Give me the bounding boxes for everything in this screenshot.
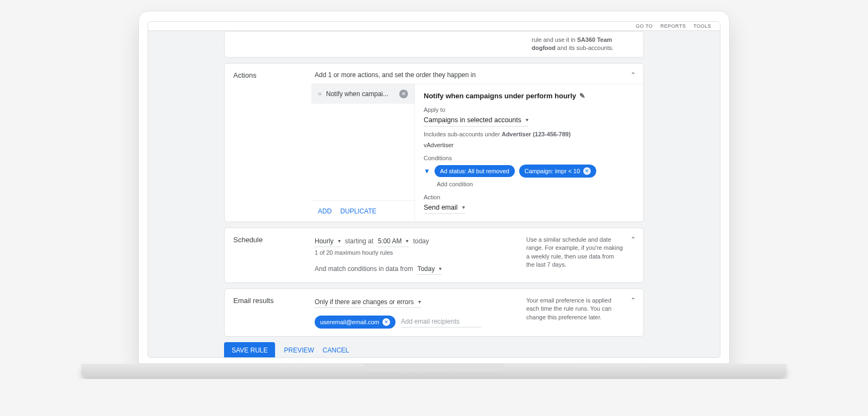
info-text-prefix: rule and use it in: [532, 36, 577, 43]
schedule-today-text: today: [413, 237, 429, 245]
remove-action-icon[interactable]: ✕: [399, 90, 408, 98]
condition-chip-status-label: Ad status: All but removed: [440, 168, 509, 174]
nav-reports[interactable]: REPORTS: [660, 23, 686, 29]
condition-chip-impr[interactable]: Campaign: impr < 10 ✕: [519, 165, 596, 178]
apply-to-label: Apply to: [424, 106, 635, 113]
schedule-rule-count: 1 of 20 maximum hourly rules: [315, 249, 515, 256]
actions-label: Actions: [233, 71, 304, 79]
schedule-match-select[interactable]: Today: [417, 263, 442, 275]
collapse-icon[interactable]: ⌃: [630, 236, 636, 243]
schedule-time-select[interactable]: 5:00 AM: [378, 236, 409, 247]
vadvertiser-text: vAdvertiser: [424, 142, 635, 148]
top-nav: GO TO REPORTS TOOLS: [148, 22, 720, 31]
action-type-select[interactable]: Send email: [424, 201, 465, 214]
schedule-card: ⌃ Schedule Hourly starting at 5:00 AM: [224, 228, 644, 283]
add-recipients-input[interactable]: Add email recipients: [401, 316, 481, 327]
includes-text-prefix: Includes sub-accounts under: [424, 131, 502, 137]
schedule-time-value: 5:00 AM: [378, 237, 401, 245]
conditions-label: Conditions: [424, 155, 635, 161]
actions-card: ⌃ Actions Add 1 or more actions, and set…: [224, 63, 644, 222]
schedule-starting-at-text: starting at: [345, 237, 374, 245]
email-label: Email results: [233, 297, 304, 329]
action-list-item-label: Notify when campai...: [326, 90, 388, 98]
actions-left-panel: = Notify when campai... ✕ ADD DUPLICATE: [311, 84, 415, 222]
condition-chip-status[interactable]: Ad status: All but removed: [435, 165, 515, 177]
action-list-item[interactable]: = Notify when campai... ✕: [311, 84, 414, 104]
filter-icon[interactable]: ▼: [424, 167, 430, 175]
email-card: ⌃ Email results Only if there are change…: [224, 288, 644, 337]
footer-buttons: SAVE RULE PREVIEW CANCEL: [224, 342, 644, 358]
add-condition-link[interactable]: Add condition: [437, 181, 635, 187]
action-title: Notify when campaigns under perform hour…: [424, 92, 576, 100]
email-recipient-chip[interactable]: useremail@email.com ✕: [315, 316, 395, 329]
schedule-help-text: Use a similar schedule and date range. F…: [526, 236, 635, 275]
collapse-icon[interactable]: ⌃: [630, 71, 636, 79]
schedule-label: Schedule: [233, 236, 304, 275]
apply-to-select[interactable]: Campaigns in selected accounts: [424, 114, 528, 127]
schedule-match-value: Today: [417, 265, 435, 273]
duplicate-action-button[interactable]: DUPLICATE: [340, 207, 376, 215]
nav-tools[interactable]: TOOLS: [693, 23, 711, 29]
add-action-button[interactable]: ADD: [318, 207, 331, 215]
cancel-button[interactable]: CANCEL: [323, 346, 349, 354]
action-type-value: Send email: [424, 204, 458, 211]
schedule-frequency-value: Hourly: [315, 237, 334, 245]
action-type-label: Action: [424, 194, 635, 200]
drag-handle-icon[interactable]: =: [318, 90, 322, 98]
info-banner: rule and use it in SA360 Team dogfood an…: [224, 31, 644, 58]
condition-chip-impr-label: Campaign: impr < 10: [525, 168, 580, 174]
actions-right-panel: Notify when campaigns under perform hour…: [415, 84, 643, 222]
email-condition-select[interactable]: Only if there are changes or errors: [315, 297, 421, 308]
remove-recipient-icon[interactable]: ✕: [382, 318, 390, 326]
edit-title-icon[interactable]: ✎: [579, 92, 585, 100]
email-help-text: Your email preference is applied each ti…: [526, 297, 635, 329]
collapse-icon[interactable]: ⌃: [630, 297, 636, 304]
nav-goto[interactable]: GO TO: [636, 23, 653, 29]
remove-condition-icon[interactable]: ✕: [583, 167, 591, 175]
email-condition-value: Only if there are changes or errors: [315, 298, 414, 306]
actions-instruction: Add 1 or more actions, and set the order…: [315, 71, 635, 79]
preview-button[interactable]: PREVIEW: [284, 346, 314, 354]
save-rule-button[interactable]: SAVE RULE: [224, 342, 275, 358]
schedule-match-prefix: And match conditions in data from: [315, 265, 413, 273]
schedule-frequency-select[interactable]: Hourly: [315, 236, 341, 247]
info-text-suffix: and its sub-accounts.: [557, 45, 614, 51]
includes-text-bold: Advertiser (123-456-789): [502, 131, 571, 137]
email-recipient-value: useremail@email.com: [320, 319, 379, 325]
apply-to-value: Campaigns in selected accounts: [424, 116, 521, 124]
